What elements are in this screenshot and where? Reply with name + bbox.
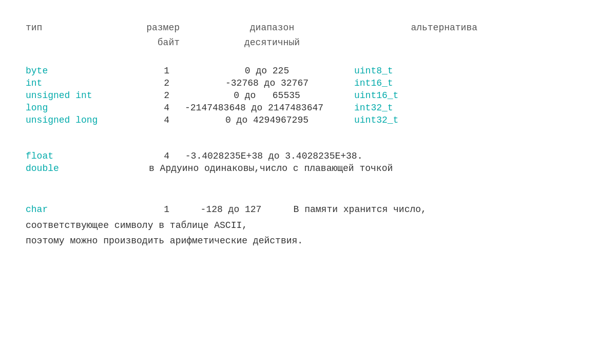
header-range-sub: десятичный [190,35,354,50]
unsigned-int-size: 2 [139,90,180,101]
char-type: char [26,204,139,215]
byte-size: 1 [139,66,180,76]
header-size: размер [139,21,190,35]
char-note2: соответствующее символу в таблице ASCII, [26,218,571,234]
float-range: -3.4028235E+38 до 3.4028235E+38. [180,151,362,161]
unsigned-long-row: unsigned long 4 0 до 4294967295 uint32_t [26,115,571,125]
unsigned-int-alt: uint16_t [354,90,409,101]
header-sub-row: байт десятичный [26,35,571,50]
long-alt: int32_t [354,103,403,113]
float-row: float 4 -3.4028235E+38 до 3.4028235E+38. [26,151,571,161]
header-range: диапазон [190,21,354,35]
header-row: тип размер диапазон альтернатива [26,21,571,35]
char-range: -128 до 127 [180,204,282,215]
byte-row: byte 1 0 до 225 uint8_t [26,66,571,76]
unsigned-long-range: 0 до 4294967295 [180,115,354,125]
float-size: 4 [139,151,180,161]
int-size: 2 [139,78,180,88]
unsigned-int-range: 0 до 65535 [180,90,354,101]
int-range: -32768 до 32767 [180,78,354,88]
char-row: char 1 -128 до 127 В памяти хранится чис… [26,204,571,215]
header-alt-sub [354,35,488,50]
float-section: float 4 -3.4028235E+38 до 3.4028235E+38.… [26,151,571,174]
unsigned-int-row: unsigned int 2 0 до 65535 uint16_t [26,90,571,101]
header-alt: альтернатива [354,21,488,35]
int-type: int [26,78,139,88]
long-type: long [26,103,139,113]
byte-range: 0 до 225 [180,66,354,76]
int-alt: int16_t [354,78,403,88]
main-content: тип размер диапазон альтернатива байт де… [26,21,571,249]
char-notes: соответствующее символу в таблице ASCII,… [26,218,571,249]
unsigned-int-type: unsigned int [26,90,139,101]
double-row: double в Ардуино одинаковы,число с плава… [26,163,571,174]
char-section: char 1 -128 до 127 В памяти хранится чис… [26,204,571,249]
char-size: 1 [139,204,180,215]
header-type: тип [26,21,139,35]
long-row: long 4 -2147483648 до 2147483647 int32_t [26,103,571,113]
unsigned-long-alt: uint32_t [354,115,409,125]
double-type: double [26,163,139,174]
long-range: -2147483648 до 2147483647 [180,103,354,113]
char-note3: поэтому можно производить арифметические… [26,233,571,249]
double-note: в Ардуино одинаковы,число с плавающей то… [139,163,393,174]
header-type-sub [26,35,139,50]
byte-type: byte [26,66,139,76]
integer-types-section: byte 1 0 до 225 uint8_t int 2 -32768 до … [26,66,571,125]
header-size-sub: байт [139,35,190,50]
long-size: 4 [139,103,180,113]
int-row: int 2 -32768 до 32767 int16_t [26,78,571,88]
char-note1: В памяти хранится число, [282,204,427,215]
float-type: float [26,151,139,161]
byte-alt: uint8_t [354,66,403,76]
unsigned-long-type: unsigned long [26,115,139,125]
unsigned-long-size: 4 [139,115,180,125]
